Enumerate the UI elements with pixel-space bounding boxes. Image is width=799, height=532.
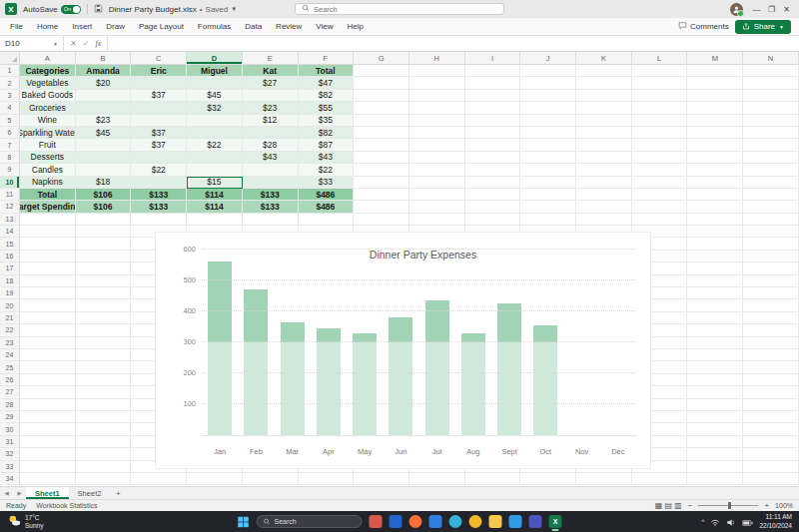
- cell-M4[interactable]: [687, 102, 743, 114]
- cell-B14[interactable]: [76, 226, 132, 238]
- cell-I9[interactable]: [465, 164, 521, 176]
- cell-M10[interactable]: [687, 177, 743, 189]
- cell-A13[interactable]: [20, 214, 76, 226]
- cell-A22[interactable]: [20, 324, 76, 336]
- cell-D4[interactable]: $32: [187, 102, 243, 114]
- cell-G5[interactable]: [354, 115, 409, 127]
- cell-A2[interactable]: Vegetables: [20, 77, 76, 89]
- chart-bar-Jun[interactable]: [389, 317, 412, 435]
- column-header-K[interactable]: K: [576, 52, 632, 64]
- cell-B16[interactable]: [76, 251, 132, 263]
- cell-B19[interactable]: [76, 287, 132, 299]
- firefox-icon[interactable]: [409, 515, 422, 528]
- cell-L34[interactable]: [632, 473, 688, 485]
- cell-N18[interactable]: [743, 275, 799, 287]
- cell-F1[interactable]: Total: [299, 65, 355, 77]
- cell-I12[interactable]: [465, 201, 521, 213]
- cell-A23[interactable]: [20, 337, 76, 349]
- cell-B23[interactable]: [76, 337, 132, 349]
- row-header-18[interactable]: 18: [0, 275, 20, 287]
- cell-C9[interactable]: $22: [131, 164, 187, 176]
- ribbon-tab-review[interactable]: Review: [269, 18, 309, 36]
- cell-C3[interactable]: $37: [131, 90, 187, 102]
- cell-I5[interactable]: [465, 115, 521, 127]
- cell-L4[interactable]: [632, 102, 688, 114]
- cell-B22[interactable]: [76, 324, 132, 336]
- cell-A16[interactable]: [20, 251, 76, 263]
- enter-formula-button[interactable]: ✓: [83, 39, 90, 48]
- cell-I10[interactable]: [465, 177, 521, 189]
- zoom-out-button[interactable]: −: [688, 501, 693, 510]
- cell-B4[interactable]: [76, 102, 132, 114]
- cell-E4[interactable]: $23: [243, 102, 299, 114]
- cell-M16[interactable]: [687, 251, 743, 263]
- cell-E13[interactable]: [243, 214, 299, 226]
- column-header-B[interactable]: B: [76, 52, 132, 64]
- workbook-statistics[interactable]: Workbook Statistics: [36, 502, 97, 509]
- row-header-27[interactable]: 27: [0, 386, 20, 398]
- cell-G2[interactable]: [354, 77, 409, 89]
- zoom-in-button[interactable]: +: [764, 501, 769, 510]
- cell-B13[interactable]: [76, 214, 132, 226]
- cell-N12[interactable]: [743, 201, 799, 213]
- mail-icon[interactable]: [390, 515, 402, 528]
- cell-E1[interactable]: Kat: [243, 65, 299, 77]
- cell-M28[interactable]: [687, 399, 743, 411]
- cell-N30[interactable]: [743, 423, 799, 435]
- search-box[interactable]: Search: [295, 3, 504, 15]
- cell-A12[interactable]: Target Spending: [20, 201, 76, 213]
- zoom-level[interactable]: 100%: [775, 502, 793, 509]
- cell-H10[interactable]: [409, 177, 465, 189]
- cell-B30[interactable]: [76, 423, 132, 435]
- cell-N23[interactable]: [743, 337, 799, 349]
- cell-F5[interactable]: $35: [299, 115, 355, 127]
- insert-function-button[interactable]: fx: [95, 39, 101, 48]
- cell-F10[interactable]: $33: [299, 177, 355, 189]
- cell-H9[interactable]: [409, 164, 465, 176]
- cell-N29[interactable]: [743, 411, 799, 423]
- row-header-32[interactable]: 32: [0, 448, 20, 460]
- row-header-29[interactable]: 29: [0, 411, 20, 423]
- edge-icon[interactable]: [449, 515, 462, 528]
- cell-C1[interactable]: Eric: [131, 65, 187, 77]
- cell-N3[interactable]: [743, 90, 799, 102]
- cell-H11[interactable]: [409, 189, 465, 201]
- formula-input[interactable]: [108, 36, 799, 51]
- cell-C34[interactable]: [131, 473, 187, 485]
- cell-N7[interactable]: [743, 139, 799, 151]
- cell-L3[interactable]: [632, 90, 688, 102]
- cell-B7[interactable]: [76, 139, 132, 151]
- cell-C13[interactable]: [131, 214, 187, 226]
- cell-N34[interactable]: [743, 473, 799, 485]
- cell-A31[interactable]: [20, 436, 76, 448]
- cell-H5[interactable]: [409, 115, 465, 127]
- cell-C2[interactable]: [131, 77, 187, 89]
- row-header-21[interactable]: 21: [0, 312, 20, 324]
- cell-J3[interactable]: [520, 90, 576, 102]
- row-header-2[interactable]: 2: [0, 77, 20, 89]
- user-avatar[interactable]: [730, 3, 743, 16]
- cell-J4[interactable]: [520, 102, 576, 114]
- cell-H7[interactable]: [409, 139, 465, 151]
- start-button[interactable]: [238, 516, 250, 528]
- cell-M31[interactable]: [687, 436, 743, 448]
- cell-D10[interactable]: $15: [187, 177, 243, 189]
- ribbon-tab-view[interactable]: View: [309, 18, 340, 36]
- cell-J10[interactable]: [520, 177, 576, 189]
- cell-K9[interactable]: [576, 164, 632, 176]
- cell-A3[interactable]: Baked Goods: [20, 90, 76, 102]
- cell-L1[interactable]: [632, 65, 688, 77]
- cell-F4[interactable]: $55: [299, 102, 355, 114]
- cell-M9[interactable]: [687, 164, 743, 176]
- cell-B26[interactable]: [76, 374, 132, 386]
- cell-A21[interactable]: [20, 312, 76, 324]
- cell-J34[interactable]: [520, 473, 576, 485]
- comments-button[interactable]: Comments: [678, 21, 729, 32]
- cell-E10[interactable]: [243, 177, 299, 189]
- cell-J12[interactable]: [520, 201, 576, 213]
- column-header-L[interactable]: L: [632, 52, 688, 64]
- cell-F3[interactable]: $82: [299, 90, 355, 102]
- cell-B17[interactable]: [76, 263, 132, 274]
- cell-F11[interactable]: $486: [299, 189, 355, 201]
- cell-A8[interactable]: Desserts: [20, 152, 76, 164]
